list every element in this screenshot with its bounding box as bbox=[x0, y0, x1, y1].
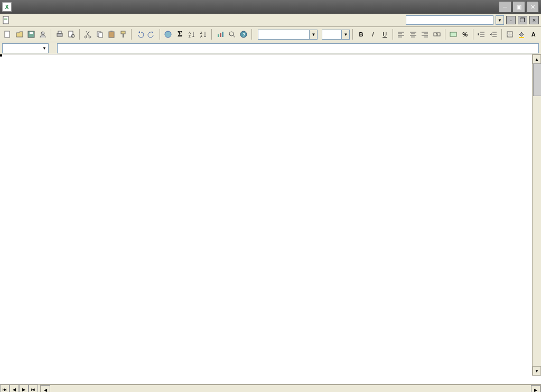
underline-button[interactable]: U bbox=[379, 29, 390, 40]
svg-rect-24 bbox=[220, 33, 221, 37]
cut-icon[interactable] bbox=[82, 29, 93, 40]
scroll-down-icon[interactable]: ▼ bbox=[533, 366, 541, 376]
preview-icon[interactable] bbox=[66, 29, 77, 40]
chart-icon[interactable] bbox=[214, 29, 225, 40]
svg-rect-7 bbox=[57, 33, 62, 36]
new-icon[interactable] bbox=[2, 29, 13, 40]
merge-icon[interactable]: a bbox=[431, 29, 442, 40]
formula-bar[interactable] bbox=[57, 43, 539, 53]
vertical-scrollbar[interactable]: ▲ ▼ bbox=[532, 54, 541, 376]
font-name-input[interactable] bbox=[258, 30, 310, 40]
align-left-icon[interactable] bbox=[396, 29, 406, 40]
doc-restore-button[interactable]: ❐ bbox=[518, 16, 527, 24]
svg-rect-15 bbox=[109, 32, 114, 38]
sort-asc-icon[interactable]: AZ bbox=[186, 29, 197, 40]
svg-text:A: A bbox=[189, 31, 191, 34]
font-color-icon[interactable]: A bbox=[528, 29, 539, 40]
minimize-button[interactable]: ─ bbox=[499, 1, 511, 13]
align-center-icon[interactable] bbox=[408, 29, 418, 40]
scroll-thumb[interactable] bbox=[533, 63, 541, 96]
svg-rect-1 bbox=[4, 18, 7, 18]
scroll-up-icon[interactable]: ▲ bbox=[533, 54, 541, 64]
svg-rect-17 bbox=[121, 31, 125, 34]
tab-nav-prev-icon[interactable]: ◀ bbox=[10, 385, 19, 392]
sort-desc-icon[interactable]: ZA bbox=[198, 29, 209, 40]
selection-border bbox=[0, 54, 2, 57]
close-button[interactable]: ✕ bbox=[526, 1, 539, 13]
font-dropdown-icon[interactable]: ▼ bbox=[310, 30, 318, 40]
svg-rect-23 bbox=[218, 34, 219, 37]
svg-rect-14 bbox=[99, 33, 102, 38]
svg-text:a: a bbox=[436, 32, 438, 36]
help-icon[interactable]: ? bbox=[238, 29, 249, 40]
svg-rect-25 bbox=[222, 32, 223, 37]
svg-rect-2 bbox=[4, 19, 7, 20]
svg-text:Z: Z bbox=[200, 31, 202, 34]
svg-point-26 bbox=[229, 32, 234, 36]
fill-color-icon[interactable] bbox=[516, 29, 527, 40]
svg-rect-8 bbox=[58, 31, 61, 33]
standard-toolbar: Σ AZ ZA ? ▼ ▼ B I U a % A bbox=[0, 27, 541, 42]
doc-close-button[interactable]: × bbox=[529, 16, 539, 24]
print-icon[interactable] bbox=[54, 29, 64, 40]
sheet-tabs-row: ⏮ ◀ ▶ ⏭ ◀ ▶ bbox=[0, 384, 541, 392]
menu-bar: ▼ - ❐ × bbox=[0, 14, 541, 27]
paste-icon[interactable] bbox=[106, 29, 117, 40]
svg-text:A: A bbox=[200, 35, 202, 38]
svg-rect-0 bbox=[3, 16, 8, 24]
scroll-right-icon[interactable]: ▶ bbox=[531, 385, 540, 392]
redo-icon[interactable] bbox=[146, 29, 157, 40]
decrease-indent-icon[interactable] bbox=[476, 29, 487, 40]
scroll-left-icon[interactable]: ◀ bbox=[41, 385, 50, 392]
permission-icon[interactable] bbox=[38, 29, 48, 40]
borders-icon[interactable] bbox=[505, 29, 515, 40]
font-size-input[interactable] bbox=[322, 30, 342, 40]
name-box-dropdown-icon[interactable]: ▼ bbox=[42, 46, 46, 51]
svg-point-18 bbox=[165, 31, 171, 38]
percent-icon[interactable]: % bbox=[460, 29, 470, 40]
italic-button[interactable]: I bbox=[368, 29, 378, 40]
increase-indent-icon[interactable] bbox=[488, 29, 499, 40]
autosum-icon[interactable]: Σ bbox=[174, 29, 185, 40]
svg-point-11 bbox=[85, 36, 87, 38]
svg-rect-9 bbox=[69, 31, 73, 37]
svg-rect-5 bbox=[30, 32, 33, 34]
format-painter-icon[interactable] bbox=[118, 29, 128, 40]
svg-point-6 bbox=[41, 32, 44, 35]
help-search-input[interactable] bbox=[406, 15, 493, 25]
name-box[interactable]: ▼ bbox=[2, 43, 49, 53]
svg-rect-33 bbox=[519, 37, 524, 38]
formula-bar-row: ▼ bbox=[0, 42, 541, 54]
horizontal-scrollbar[interactable]: ◀ ▶ bbox=[40, 385, 541, 392]
undo-icon[interactable] bbox=[134, 29, 145, 40]
doc-minimize-button[interactable]: - bbox=[506, 16, 516, 24]
currency-icon[interactable] bbox=[448, 29, 459, 40]
tab-nav-first-icon[interactable]: ⏮ bbox=[0, 385, 10, 392]
open-icon[interactable] bbox=[14, 29, 24, 40]
tab-nav-last-icon[interactable]: ⏭ bbox=[29, 385, 38, 392]
maximize-button[interactable]: ▣ bbox=[512, 1, 525, 13]
worksheet-area: ▲ ▼ bbox=[0, 54, 541, 384]
svg-rect-31 bbox=[450, 32, 456, 36]
zoom-icon[interactable] bbox=[227, 29, 237, 40]
size-dropdown-icon[interactable]: ▼ bbox=[342, 30, 350, 40]
bold-button[interactable]: B bbox=[356, 29, 366, 40]
app-icon: X bbox=[2, 2, 12, 12]
tab-nav-next-icon[interactable]: ▶ bbox=[19, 385, 29, 392]
svg-rect-16 bbox=[110, 31, 113, 32]
svg-point-12 bbox=[89, 36, 91, 38]
window-titlebar: X ─ ▣ ✕ bbox=[0, 0, 541, 14]
svg-text:Z: Z bbox=[189, 35, 191, 38]
copy-icon[interactable] bbox=[94, 29, 105, 40]
hyperlink-icon[interactable] bbox=[163, 29, 173, 40]
help-dropdown-icon[interactable]: ▼ bbox=[496, 15, 504, 25]
svg-rect-3 bbox=[5, 31, 10, 38]
save-icon[interactable] bbox=[26, 29, 36, 40]
document-icon bbox=[2, 16, 11, 24]
svg-text:?: ? bbox=[242, 32, 246, 38]
align-right-icon[interactable] bbox=[419, 29, 430, 40]
